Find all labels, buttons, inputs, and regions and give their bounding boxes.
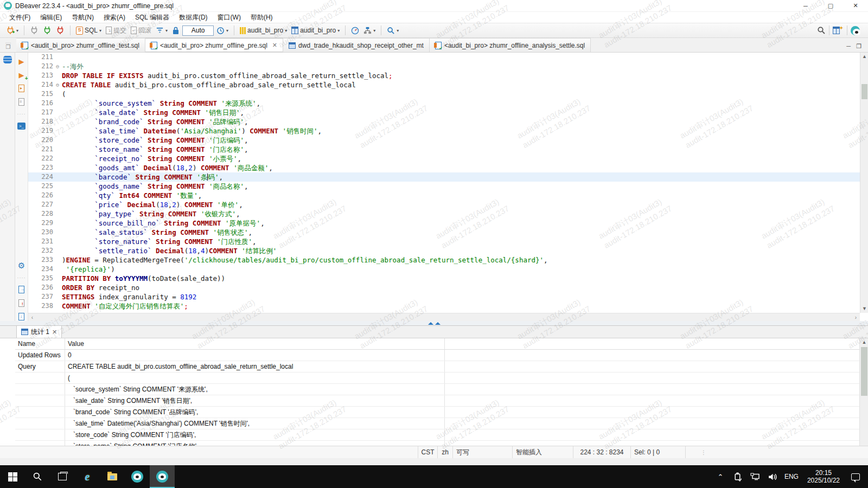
close-icon[interactable]: ✕	[52, 329, 57, 336]
table-row[interactable]: `brand_code` String COMMENT '品牌编码',	[15, 407, 859, 418]
results-vertical-scrollbar[interactable]: ▲	[859, 338, 868, 446]
menu-item-2[interactable]: 导航(N)	[67, 12, 99, 23]
scroll-up-icon[interactable]: ▲	[860, 53, 868, 61]
maximize-button[interactable]: ▢	[818, 0, 843, 12]
code-line-214[interactable]: 214⊖CREATE TABLE audit_bi_pro.custom_off…	[28, 80, 860, 89]
internet-explorer-button[interactable]: e	[75, 465, 100, 488]
menu-item-1[interactable]: 编辑(E)	[35, 12, 67, 23]
close-icon[interactable]: ✕	[272, 42, 277, 49]
scroll-left-icon[interactable]: ‹	[28, 313, 36, 322]
minimize-view-icon[interactable]: ─	[846, 43, 851, 50]
schema-selector[interactable]: audit_bi_pro ▾	[290, 25, 341, 35]
reconnect-button[interactable]	[41, 25, 53, 36]
code-line-226[interactable]: 226 `qty` Int64 COMMENT '数量',	[28, 191, 860, 200]
menu-item-4[interactable]: SQL 编辑器	[130, 12, 174, 23]
table-row[interactable]: `sale_date` String COMMENT '销售日期',	[15, 395, 859, 407]
table-row[interactable]: `store_code` String COMMENT '门店编码',	[15, 429, 859, 441]
dashboard-button[interactable]	[349, 25, 361, 36]
export-result-button[interactable]: →	[17, 285, 26, 294]
code-line-222[interactable]: 222 `receipt_no` String COMMENT '小票号',	[28, 154, 860, 163]
fold-marker-icon[interactable]: ⊖	[53, 62, 62, 71]
tab-area-handle[interactable]: ···· ❐	[0, 37, 16, 52]
table-row[interactable]: `source_system` String COMMENT '来源系统',	[15, 384, 859, 395]
database-selector[interactable]: audit_bi_pro ▾	[238, 25, 289, 35]
code-line-216[interactable]: 216 `source_system` String COMMENT '来源系统…	[28, 99, 860, 108]
code-line-219[interactable]: 219 `sale_time` Datetime('Asia/Shanghai'…	[28, 126, 860, 136]
fold-marker-icon[interactable]: ⊖	[53, 80, 62, 89]
connect-button[interactable]	[28, 25, 40, 36]
code-line-234[interactable]: 234 '{replica}')	[28, 265, 860, 274]
code-line-233[interactable]: 233)ENGINE = ReplicatedMergeTree('/click…	[28, 255, 860, 265]
column-header-value[interactable]: Value	[65, 338, 445, 349]
task-view-button[interactable]	[50, 465, 75, 488]
menu-item-7[interactable]: 帮助(H)	[246, 12, 278, 23]
tab-statistics[interactable]: 统计 1 ✕	[16, 325, 62, 338]
code-line-221[interactable]: 221 `store_name` String COMMENT '门店名称',	[28, 145, 860, 154]
lock-button[interactable]	[170, 25, 181, 36]
sql-search-button[interactable]: ▾	[385, 25, 400, 36]
code-line-211[interactable]: 211	[28, 53, 860, 62]
table-row[interactable]: `sale_time` Datetime('Asia/Shanghai') CO…	[15, 418, 859, 429]
usb-icon[interactable]	[730, 465, 745, 488]
code-line-231[interactable]: 231 `store_nature` String COMMENT '门店性质'…	[28, 237, 860, 246]
disconnect-button[interactable]	[54, 25, 66, 36]
database-navigator-icon[interactable]	[3, 56, 12, 63]
code-line-237[interactable]: 237SETTINGS index_granularity = 8192	[28, 292, 860, 301]
global-search-button[interactable]	[815, 25, 827, 36]
open-perspective-button[interactable]: ✦	[831, 25, 845, 35]
code-line-238[interactable]: 238COMMENT '自定义海外门店销售结算表';	[28, 301, 860, 311]
execute-statement-button[interactable]: ▶	[17, 57, 26, 66]
dbeaver-taskbar-button-active[interactable]	[150, 465, 175, 488]
transaction-filter-button[interactable]: ▾	[154, 25, 169, 36]
new-connection-button[interactable]: ▾	[4, 25, 20, 36]
editor-tab-1[interactable]: <audit_bi_pro> zhumr_offline_pre.sql✕	[145, 38, 283, 52]
language-indicator[interactable]: ENG	[782, 473, 801, 480]
explain-plan-button[interactable]: ≡	[17, 98, 26, 106]
sql-editor-button[interactable]: SQL ▾	[74, 25, 103, 36]
sql-code-editor[interactable]: 211212⊖--海外213DROP TABLE IF EXISTS audit…	[28, 53, 860, 313]
commit-button[interactable]: ↴ 提交	[104, 25, 128, 36]
code-line-220[interactable]: 220 `store_code` String COMMENT '门店编码',	[28, 136, 860, 145]
transaction-log-button[interactable]: ▾	[215, 25, 230, 36]
scroll-right-icon[interactable]: ›	[852, 313, 860, 322]
editor-tab-0[interactable]: <audit_bi_pro> zhumr_offline_test.sql	[16, 38, 145, 52]
table-row[interactable]: (	[15, 373, 859, 384]
code-line-213[interactable]: 213DROP TABLE IF EXISTS audit_bi_pro.cus…	[28, 71, 860, 80]
rollback-button[interactable]: ↵ 回滚	[129, 25, 153, 36]
volume-icon[interactable]	[765, 465, 780, 488]
code-line-232[interactable]: 232 `settle_ratio` Decimal(18,4)COMMENT …	[28, 246, 860, 255]
column-header-name[interactable]: Name	[15, 338, 65, 349]
menu-item-6[interactable]: 窗口(W)	[213, 12, 246, 23]
scrollbar-thumb[interactable]	[861, 84, 867, 99]
editor-horizontal-scrollbar[interactable]: ‹ ›	[28, 313, 860, 321]
editor-tab-3[interactable]: <audit_bi_pro> zhumr_offline_analysis_se…	[430, 38, 591, 52]
code-line-217[interactable]: 217 `sale_date` String COMMENT '销售日期',	[28, 108, 860, 117]
scrollbar-thumb[interactable]	[861, 347, 867, 396]
menu-item-5[interactable]: 数据库(D)	[174, 12, 213, 23]
dbeaver-perspective-button[interactable]	[849, 25, 861, 36]
dbeaver-taskbar-button[interactable]	[125, 465, 150, 488]
editor-tab-2[interactable]: dwd_trade_hkaudit_shop_receipt_other_mt	[283, 38, 430, 52]
taskbar-clock[interactable]: 20:15 2025/10/22	[803, 469, 844, 484]
code-line-218[interactable]: 218 `brand_code` String COMMENT '品牌编码',	[28, 117, 860, 126]
taskbar-search-button[interactable]	[25, 465, 50, 488]
file-warning-button[interactable]: !	[17, 299, 26, 307]
code-line-223[interactable]: 223 `goods_amt` Decimal(18,2) COMMENT '商…	[28, 163, 860, 172]
editor-settings-button[interactable]: ⚙	[17, 261, 26, 270]
minimize-button[interactable]: ─	[793, 0, 818, 12]
code-line-235[interactable]: 235PARTITION BY toYYYYMM(toDate(sale_dat…	[28, 274, 860, 283]
code-line-236[interactable]: 236ORDER BY receipt_no	[28, 283, 860, 292]
code-line-212[interactable]: 212⊖--海外	[28, 62, 860, 71]
menu-item-3[interactable]: 搜索(A)	[99, 12, 130, 23]
code-line-230[interactable]: 230 `sale_status` String COMMENT '销售状态',	[28, 228, 860, 237]
execute-script-button[interactable]: ▸	[17, 84, 26, 93]
execute-new-tab-button[interactable]: ▶	[17, 70, 26, 79]
table-row[interactable]: QueryCREATE TABLE audit_bi_pro.custom_of…	[15, 361, 859, 373]
table-row[interactable]: Updated Rows0	[15, 350, 859, 361]
action-center-button[interactable]	[846, 465, 865, 488]
maximize-view-icon[interactable]: ❐	[856, 43, 861, 50]
close-button[interactable]: ✕	[843, 0, 868, 12]
code-line-224[interactable]: 224 `barcode` String COMMENT '条码',	[28, 172, 860, 182]
code-line-229[interactable]: 229 `source_bill_no` String COMMENT '原单据…	[28, 219, 860, 228]
tray-expand-button[interactable]: ⌃	[713, 465, 728, 488]
